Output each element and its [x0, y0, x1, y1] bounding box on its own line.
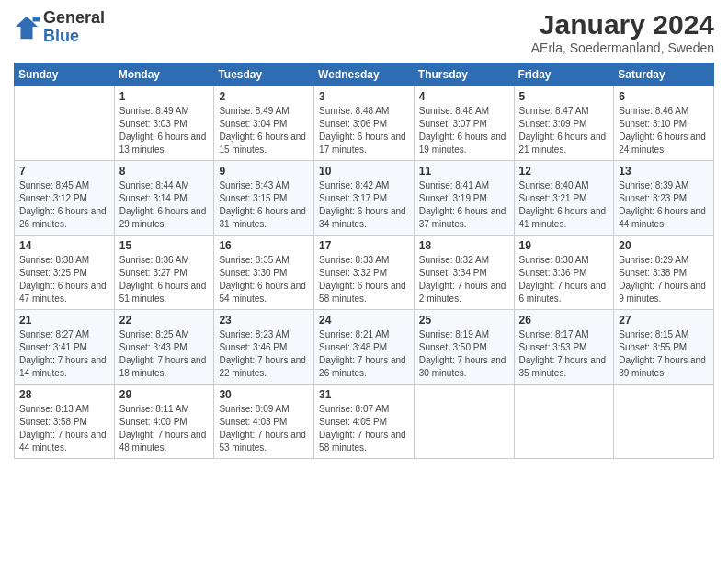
- day-info: Sunrise: 8:36 AM Sunset: 3:27 PM Dayligh…: [119, 254, 210, 305]
- calendar-cell: 5Sunrise: 8:47 AM Sunset: 3:09 PM Daylig…: [514, 86, 614, 161]
- calendar-cell: 2Sunrise: 8:49 AM Sunset: 3:04 PM Daylig…: [214, 86, 314, 161]
- day-number: 25: [419, 314, 509, 327]
- calendar-cell: 16Sunrise: 8:35 AM Sunset: 3:30 PM Dayli…: [214, 236, 314, 310]
- calendar-cell: 4Sunrise: 8:48 AM Sunset: 3:07 PM Daylig…: [414, 86, 514, 161]
- calendar-cell: 21Sunrise: 8:27 AM Sunset: 3:41 PM Dayli…: [15, 310, 115, 385]
- calendar-cell: 31Sunrise: 8:07 AM Sunset: 4:05 PM Dayli…: [314, 385, 415, 459]
- day-info: Sunrise: 8:48 AM Sunset: 3:06 PM Dayligh…: [319, 105, 409, 156]
- day-info: Sunrise: 8:21 AM Sunset: 3:48 PM Dayligh…: [319, 328, 409, 380]
- calendar-cell: 10Sunrise: 8:42 AM Sunset: 3:17 PM Dayli…: [314, 161, 415, 236]
- calendar-cell: 20Sunrise: 8:29 AM Sunset: 3:38 PM Dayli…: [614, 236, 714, 310]
- calendar-cell: 13Sunrise: 8:39 AM Sunset: 3:23 PM Dayli…: [614, 161, 714, 236]
- day-info: Sunrise: 8:44 AM Sunset: 3:14 PM Dayligh…: [119, 179, 210, 231]
- day-info: Sunrise: 8:23 AM Sunset: 3:46 PM Dayligh…: [219, 328, 309, 380]
- calendar-cell: [514, 385, 614, 459]
- day-info: Sunrise: 8:40 AM Sunset: 3:21 PM Dayligh…: [519, 179, 609, 231]
- day-number: 9: [219, 165, 309, 178]
- header-tuesday: Tuesday: [214, 63, 314, 86]
- svg-marker-1: [33, 17, 40, 22]
- calendar-cell: 17Sunrise: 8:33 AM Sunset: 3:32 PM Dayli…: [314, 236, 415, 310]
- calendar-cell: 22Sunrise: 8:25 AM Sunset: 3:43 PM Dayli…: [114, 310, 214, 385]
- calendar-cell: 28Sunrise: 8:13 AM Sunset: 3:58 PM Dayli…: [15, 385, 115, 459]
- day-info: Sunrise: 8:30 AM Sunset: 3:36 PM Dayligh…: [519, 254, 609, 305]
- calendar-cell: 6Sunrise: 8:46 AM Sunset: 3:10 PM Daylig…: [614, 86, 714, 161]
- location-subtitle: AErla, Soedermanland, Sweden: [531, 40, 714, 55]
- header-row: SundayMondayTuesdayWednesdayThursdayFrid…: [15, 63, 714, 86]
- logo-general: General: [43, 9, 105, 28]
- calendar-cell: 27Sunrise: 8:15 AM Sunset: 3:55 PM Dayli…: [614, 310, 714, 385]
- day-number: 28: [19, 388, 109, 401]
- day-number: 24: [319, 314, 409, 327]
- day-number: 17: [319, 239, 409, 252]
- day-number: 30: [219, 388, 309, 401]
- day-number: 5: [519, 90, 609, 103]
- day-number: 23: [219, 314, 309, 327]
- calendar-cell: 23Sunrise: 8:23 AM Sunset: 3:46 PM Dayli…: [214, 310, 314, 385]
- week-row-1: 1Sunrise: 8:49 AM Sunset: 3:03 PM Daylig…: [15, 86, 714, 161]
- header-wednesday: Wednesday: [314, 63, 415, 86]
- day-number: 21: [19, 314, 109, 327]
- day-info: Sunrise: 8:35 AM Sunset: 3:30 PM Dayligh…: [219, 254, 309, 305]
- day-info: Sunrise: 8:07 AM Sunset: 4:05 PM Dayligh…: [319, 403, 409, 454]
- calendar-cell: 14Sunrise: 8:38 AM Sunset: 3:25 PM Dayli…: [15, 236, 115, 310]
- calendar-cell: [614, 385, 714, 459]
- calendar-cell: 26Sunrise: 8:17 AM Sunset: 3:53 PM Dayli…: [514, 310, 614, 385]
- calendar-cell: 30Sunrise: 8:09 AM Sunset: 4:03 PM Dayli…: [214, 385, 314, 459]
- logo-icon: [14, 15, 40, 40]
- day-info: Sunrise: 8:17 AM Sunset: 3:53 PM Dayligh…: [519, 328, 609, 380]
- day-number: 15: [119, 239, 210, 252]
- day-info: Sunrise: 8:25 AM Sunset: 3:43 PM Dayligh…: [119, 328, 210, 380]
- day-number: 27: [619, 314, 709, 327]
- calendar-cell: 1Sunrise: 8:49 AM Sunset: 3:03 PM Daylig…: [114, 86, 214, 161]
- day-number: 14: [19, 239, 109, 252]
- day-info: Sunrise: 8:33 AM Sunset: 3:32 PM Dayligh…: [319, 254, 409, 305]
- day-info: Sunrise: 8:38 AM Sunset: 3:25 PM Dayligh…: [19, 254, 109, 305]
- calendar-cell: 9Sunrise: 8:43 AM Sunset: 3:15 PM Daylig…: [214, 161, 314, 236]
- calendar-cell: 8Sunrise: 8:44 AM Sunset: 3:14 PM Daylig…: [114, 161, 214, 236]
- day-info: Sunrise: 8:29 AM Sunset: 3:38 PM Dayligh…: [619, 254, 709, 305]
- calendar-cell: 7Sunrise: 8:45 AM Sunset: 3:12 PM Daylig…: [15, 161, 115, 236]
- header-saturday: Saturday: [614, 63, 714, 86]
- header-sunday: Sunday: [15, 63, 115, 86]
- day-number: 3: [319, 90, 409, 103]
- calendar-cell: [414, 385, 514, 459]
- day-number: 7: [19, 165, 109, 178]
- header-monday: Monday: [114, 63, 214, 86]
- day-number: 20: [619, 239, 709, 252]
- day-info: Sunrise: 8:48 AM Sunset: 3:07 PM Dayligh…: [419, 105, 509, 156]
- day-number: 11: [419, 165, 509, 178]
- day-info: Sunrise: 8:32 AM Sunset: 3:34 PM Dayligh…: [419, 254, 509, 305]
- day-number: 16: [219, 239, 309, 252]
- calendar-cell: 12Sunrise: 8:40 AM Sunset: 3:21 PM Dayli…: [514, 161, 614, 236]
- day-info: Sunrise: 8:41 AM Sunset: 3:19 PM Dayligh…: [419, 179, 509, 231]
- calendar-cell: 24Sunrise: 8:21 AM Sunset: 3:48 PM Dayli…: [314, 310, 415, 385]
- header-friday: Friday: [514, 63, 614, 86]
- day-info: Sunrise: 8:49 AM Sunset: 3:03 PM Dayligh…: [119, 105, 210, 156]
- day-number: 22: [119, 314, 210, 327]
- title-block: January 2024 AErla, Soedermanland, Swede…: [531, 9, 714, 55]
- calendar-cell: 3Sunrise: 8:48 AM Sunset: 3:06 PM Daylig…: [314, 86, 415, 161]
- day-number: 12: [519, 165, 609, 178]
- calendar-cell: 15Sunrise: 8:36 AM Sunset: 3:27 PM Dayli…: [114, 236, 214, 310]
- calendar-cell: 11Sunrise: 8:41 AM Sunset: 3:19 PM Dayli…: [414, 161, 514, 236]
- calendar-cell: 25Sunrise: 8:19 AM Sunset: 3:50 PM Dayli…: [414, 310, 514, 385]
- calendar-table: SundayMondayTuesdayWednesdayThursdayFrid…: [14, 63, 714, 459]
- day-info: Sunrise: 8:09 AM Sunset: 4:03 PM Dayligh…: [219, 403, 309, 454]
- day-number: 31: [319, 388, 409, 401]
- day-info: Sunrise: 8:19 AM Sunset: 3:50 PM Dayligh…: [419, 328, 509, 380]
- day-number: 26: [519, 314, 609, 327]
- day-info: Sunrise: 8:27 AM Sunset: 3:41 PM Dayligh…: [19, 328, 109, 380]
- day-info: Sunrise: 8:39 AM Sunset: 3:23 PM Dayligh…: [619, 179, 709, 231]
- week-row-5: 28Sunrise: 8:13 AM Sunset: 3:58 PM Dayli…: [15, 385, 714, 459]
- calendar-header: SundayMondayTuesdayWednesdayThursdayFrid…: [15, 63, 714, 86]
- day-info: Sunrise: 8:46 AM Sunset: 3:10 PM Dayligh…: [619, 105, 709, 156]
- calendar-cell: 29Sunrise: 8:11 AM Sunset: 4:00 PM Dayli…: [114, 385, 214, 459]
- day-number: 4: [419, 90, 509, 103]
- header-thursday: Thursday: [414, 63, 514, 86]
- day-number: 13: [619, 165, 709, 178]
- calendar-cell: 19Sunrise: 8:30 AM Sunset: 3:36 PM Dayli…: [514, 236, 614, 310]
- month-title: January 2024: [531, 9, 714, 40]
- calendar-body: 1Sunrise: 8:49 AM Sunset: 3:03 PM Daylig…: [15, 86, 714, 459]
- day-info: Sunrise: 8:49 AM Sunset: 3:04 PM Dayligh…: [219, 105, 309, 156]
- day-info: Sunrise: 8:47 AM Sunset: 3:09 PM Dayligh…: [519, 105, 609, 156]
